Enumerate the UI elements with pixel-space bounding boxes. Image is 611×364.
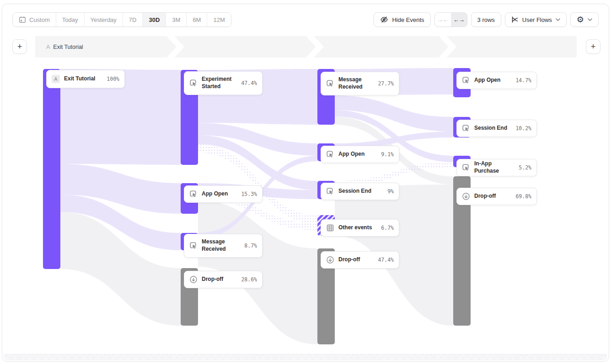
node-label: Message Received	[202, 238, 240, 253]
node-card-dropoff-step4[interactable]: Drop-off 69.8%	[456, 188, 537, 205]
node-percent: 9%	[387, 188, 394, 195]
node-label: In-App Purchase	[474, 160, 515, 174]
node-percent: 28.6%	[241, 276, 257, 283]
event-icon	[326, 150, 334, 158]
node-percent: 27.7%	[378, 80, 394, 87]
node-label: Drop-off	[338, 256, 374, 264]
node-percent: 14.7%	[515, 77, 531, 84]
node-card-message-received-step3[interactable]: Message Received 27.7%	[321, 72, 399, 95]
node-card-app-open-step3[interactable]: App Open 9.1%	[321, 146, 399, 163]
event-icon	[462, 164, 470, 172]
bar-exit-tutorial[interactable]	[43, 69, 60, 269]
node-card-dropoff-step2[interactable]: Drop-off 28.6%	[184, 271, 263, 288]
sankey-diagram	[2, 4, 609, 362]
event-icon	[189, 190, 198, 198]
node-percent: 8.7%	[244, 243, 257, 249]
node-label: Exit Tutorial	[64, 75, 102, 83]
node-percent: 9.1%	[381, 151, 394, 158]
node-label: Session End	[338, 188, 383, 195]
event-icon	[189, 242, 198, 250]
node-card-other-events-step3[interactable]: Other events 6.7%	[321, 219, 399, 237]
dropoff-icon	[189, 275, 198, 284]
node-percent: 15.3%	[241, 191, 257, 197]
node-card-app-open-step2[interactable]: App Open 15.3%	[184, 185, 263, 203]
node-card-session-end-step3[interactable]: Session End 9%	[321, 183, 399, 200]
node-percent: 6.7%	[381, 225, 394, 231]
node-percent: 100%	[107, 76, 119, 82]
node-percent: 10.2%	[515, 125, 531, 132]
node-label: App Open	[474, 77, 511, 84]
node-percent: 5.2%	[519, 164, 531, 171]
node-label: App Open	[202, 190, 237, 198]
node-card-in-app-purchase-step4[interactable]: In-App Purchase 5.2%	[456, 159, 537, 176]
dropoff-icon	[326, 256, 334, 264]
node-card-exit-tutorial[interactable]: A Exit Tutorial 100%	[46, 70, 125, 88]
step-a-badge: A	[52, 75, 60, 83]
event-icon	[326, 79, 334, 88]
node-label: App Open	[338, 151, 377, 158]
node-card-dropoff-step3[interactable]: Drop-off 47.4%	[321, 251, 399, 269]
event-icon	[462, 76, 470, 84]
event-icon	[462, 124, 470, 132]
node-card-app-open-step4[interactable]: App Open 14.7%	[456, 72, 537, 89]
node-label: Other events	[338, 224, 377, 232]
node-percent: 69.8%	[515, 193, 531, 200]
node-percent: 47.4%	[378, 257, 394, 263]
node-card-session-end-step4[interactable]: Session End 10.2%	[456, 120, 537, 137]
node-label: Session End	[474, 125, 511, 132]
node-percent: 47.4%	[241, 80, 257, 86]
grid-icon	[326, 224, 334, 232]
user-flows-panel: Custom Today Yesterday 7D 30D 3M 6M 12M …	[2, 4, 609, 362]
node-label: Drop-off	[202, 276, 237, 283]
node-label: Drop-off	[474, 193, 511, 200]
node-card-message-received-step2[interactable]: Message Received 8.7%	[184, 234, 263, 258]
node-card-experiment-started[interactable]: Experiment Started 47.4%	[184, 71, 263, 95]
dropoff-icon	[462, 192, 470, 200]
event-icon	[189, 79, 198, 87]
event-icon	[326, 187, 334, 195]
node-label: Experiment Started	[202, 76, 237, 90]
node-label: Message Received	[338, 76, 374, 90]
